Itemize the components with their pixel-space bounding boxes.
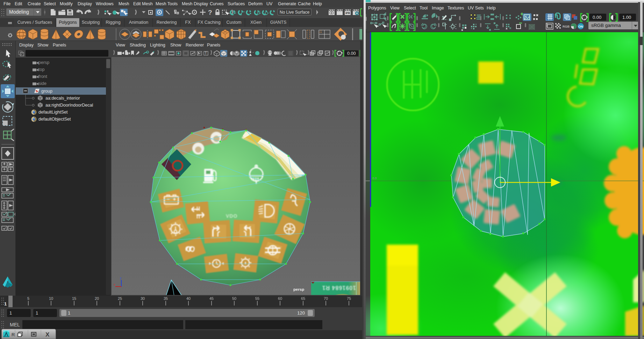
- svg-text:0.00: 0.00: [593, 15, 601, 20]
- svg-text:?: ?: [208, 9, 212, 16]
- svg-text:X: X: [45, 331, 50, 338]
- svg-text:T: T: [205, 51, 207, 55]
- svg-text:RGB: RGB: [563, 25, 570, 28]
- svg-text:0.00: 0.00: [347, 51, 356, 56]
- svg-text:IPR: IPR: [345, 12, 350, 15]
- svg-text:x: x: [114, 283, 115, 286]
- svg-text:1.00: 1.00: [622, 15, 631, 20]
- svg-text:VDO: VDO: [226, 213, 237, 219]
- svg-text:0.0: 0.0: [372, 176, 377, 180]
- svg-text:1091684 R1: 1091684 R1: [322, 285, 356, 291]
- svg-text:z: z: [120, 276, 122, 280]
- svg-text:R: R: [12, 332, 15, 337]
- svg-text:ON: ON: [578, 25, 583, 28]
